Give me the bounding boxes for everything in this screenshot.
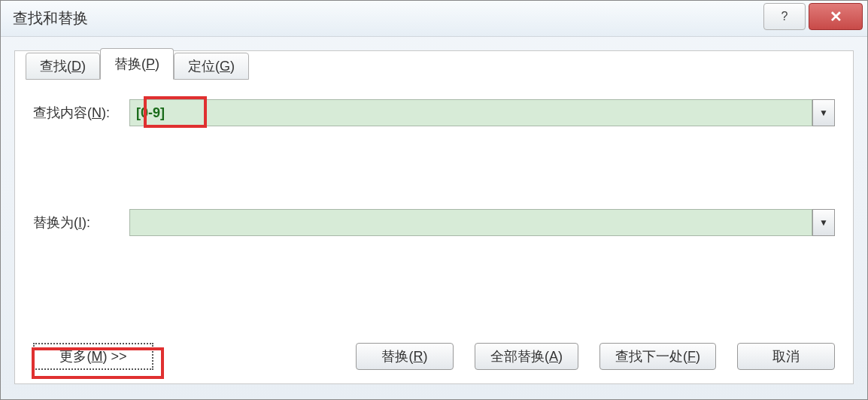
tab-replace[interactable]: 替换(P) xyxy=(100,48,174,80)
replace-input-wrap: ▼ xyxy=(129,209,835,236)
find-input-wrap: ▼ xyxy=(129,99,835,126)
chevron-down-icon: ▼ xyxy=(819,217,828,228)
find-next-button[interactable]: 查找下一处(F) xyxy=(599,343,716,370)
replace-row: 替换为(I): ▼ xyxy=(33,209,835,236)
replace-dropdown-button[interactable]: ▼ xyxy=(812,209,835,236)
find-input[interactable] xyxy=(129,99,812,126)
content-area: 查找(D) 替换(P) 定位(G) 查找内容(N): xyxy=(1,37,867,398)
cancel-button[interactable]: 取消 xyxy=(737,343,835,370)
help-icon: ? xyxy=(782,10,788,23)
find-dropdown-button[interactable]: ▼ xyxy=(812,99,835,126)
close-icon: ✕ xyxy=(830,8,842,26)
dialog-title: 查找和替换 xyxy=(13,8,88,29)
panel-body: 查找内容(N): ▼ 替换为(I): xyxy=(15,51,853,337)
replace-all-button[interactable]: 全部替换(A) xyxy=(475,343,578,370)
button-row: 更多(M) >> 替换(R) 全部替换(A) 查找下一处(F) 取消 xyxy=(33,343,835,370)
help-button[interactable]: ? xyxy=(763,3,806,30)
replace-button[interactable]: 替换(R) xyxy=(356,343,454,370)
replace-label: 替换为(I): xyxy=(33,214,129,232)
titlebar-buttons: ? ✕ xyxy=(763,1,867,36)
tabs: 查找(D) 替换(P) 定位(G) xyxy=(26,47,249,78)
find-label: 查找内容(N): xyxy=(33,104,129,122)
chevron-down-icon: ▼ xyxy=(819,108,828,118)
titlebar: 查找和替换 ? ✕ xyxy=(1,1,867,37)
panel: 查找(D) 替换(P) 定位(G) 查找内容(N): xyxy=(14,50,854,384)
close-button[interactable]: ✕ xyxy=(809,3,863,30)
find-row: 查找内容(N): ▼ xyxy=(33,99,835,126)
tab-find[interactable]: 查找(D) xyxy=(26,53,100,80)
tab-goto[interactable]: 定位(G) xyxy=(174,53,249,80)
find-replace-dialog: 查找和替换 ? ✕ 查找(D) 替换(P) 定位(G) xyxy=(0,0,868,400)
more-button[interactable]: 更多(M) >> xyxy=(33,343,153,370)
replace-input[interactable] xyxy=(129,209,812,236)
